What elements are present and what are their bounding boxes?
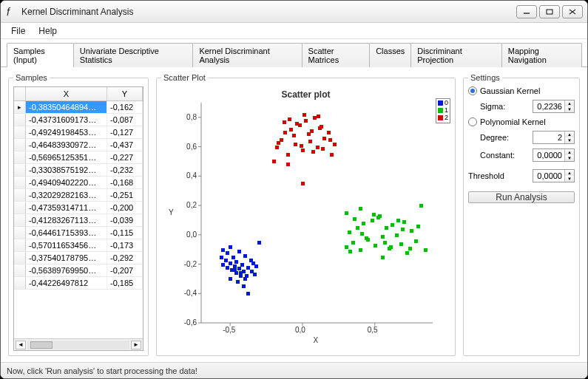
data-point bbox=[283, 120, 286, 124]
constant-field[interactable] bbox=[533, 150, 564, 160]
table-row[interactable]: -0,32029282163…-0,251 bbox=[14, 189, 143, 202]
degree-field[interactable] bbox=[533, 132, 564, 143]
tab-3[interactable]: Scatter Matrices bbox=[302, 43, 371, 67]
table-row[interactable]: -0,57011653456…-0,173 bbox=[14, 239, 143, 252]
data-point bbox=[275, 146, 279, 149]
table-row[interactable]: -0,49409402220…-0,168 bbox=[14, 177, 143, 189]
data-point bbox=[229, 262, 232, 265]
data-point bbox=[236, 280, 240, 284]
data-point bbox=[345, 211, 348, 215]
data-point bbox=[294, 143, 297, 146]
menu-file[interactable]: File bbox=[11, 26, 25, 36]
data-point bbox=[389, 245, 393, 249]
sigma-field[interactable] bbox=[533, 101, 564, 112]
table-row[interactable]: -0,49249198453…-0,127 bbox=[14, 126, 143, 139]
data-point bbox=[391, 223, 394, 227]
titlebar[interactable]: f Kernel Discriminant Analysis bbox=[1, 1, 587, 23]
data-point bbox=[333, 143, 337, 146]
down-icon[interactable]: ▼ bbox=[565, 176, 574, 182]
scroll-left-icon[interactable]: ◄ bbox=[16, 341, 26, 349]
data-point bbox=[233, 264, 237, 268]
threshold-field[interactable] bbox=[533, 171, 564, 181]
constant-input[interactable]: ▲▼ bbox=[533, 148, 575, 162]
table-row[interactable]: -0,47359314711…-0,200 bbox=[14, 202, 143, 214]
data-point bbox=[330, 153, 334, 157]
x-axis-label: X bbox=[314, 336, 319, 344]
data-point bbox=[286, 163, 290, 166]
col-y[interactable]: Y bbox=[107, 87, 143, 100]
data-point bbox=[224, 259, 228, 262]
plot-legend: 012 bbox=[436, 98, 450, 123]
data-point bbox=[356, 226, 359, 230]
grid-hscrollbar[interactable]: ◄ ► bbox=[14, 338, 143, 350]
samples-grid[interactable]: X Y ▸-0,38350464894…-0,162-0,43731609173… bbox=[13, 86, 143, 351]
settings-group: Settings Gaussian Kernel Sigma: ▲▼ Polyn… bbox=[463, 73, 580, 356]
down-icon[interactable]: ▼ bbox=[565, 106, 574, 112]
minimize-button[interactable] bbox=[516, 5, 537, 18]
data-point bbox=[416, 225, 420, 228]
data-point bbox=[304, 119, 308, 123]
data-point bbox=[322, 137, 326, 140]
data-point bbox=[272, 160, 276, 163]
table-row[interactable]: -0,43731609173…-0,087 bbox=[14, 114, 143, 126]
scatter-group: Scatter Plot Scatter plot -0,6-0,4-0,20,… bbox=[156, 73, 456, 356]
tab-5[interactable]: Discriminant Projection bbox=[410, 43, 502, 67]
tab-6[interactable]: Mapping Navigation bbox=[501, 43, 582, 67]
down-icon[interactable]: ▼ bbox=[565, 155, 574, 161]
tab-1[interactable]: Univariate Descriptive Statistics bbox=[73, 43, 194, 67]
close-button[interactable] bbox=[562, 5, 583, 18]
data-point bbox=[317, 115, 320, 118]
polynomial-radio[interactable]: Polynomial Kernel bbox=[468, 117, 575, 126]
table-row[interactable]: -0,44226497812-0,185 bbox=[14, 277, 143, 290]
data-point bbox=[288, 117, 291, 121]
data-point bbox=[419, 204, 423, 208]
data-point bbox=[221, 248, 225, 252]
up-icon[interactable]: ▲ bbox=[565, 170, 574, 176]
data-point bbox=[414, 239, 418, 243]
data-point bbox=[320, 125, 323, 129]
menu-help[interactable]: Help bbox=[38, 26, 57, 36]
table-row[interactable]: -0,46483930972…-0,437 bbox=[14, 139, 143, 151]
table-row[interactable]: ▸-0,38350464894…-0,162 bbox=[14, 101, 143, 114]
data-point bbox=[362, 222, 365, 225]
run-analysis-button[interactable]: Run Analysis bbox=[468, 191, 575, 203]
data-point bbox=[295, 122, 299, 126]
data-point bbox=[301, 148, 305, 152]
table-row[interactable]: -0,41283267113…-0,039 bbox=[14, 214, 143, 227]
threshold-input[interactable]: ▲▼ bbox=[533, 169, 575, 182]
tab-4[interactable]: Classes bbox=[369, 43, 411, 67]
data-point bbox=[348, 231, 351, 234]
data-point bbox=[378, 214, 382, 218]
scroll-thumb[interactable] bbox=[30, 341, 53, 349]
table-row[interactable]: -0,56965125351…-0,227 bbox=[14, 151, 143, 164]
data-point bbox=[395, 233, 399, 237]
gaussian-label: Gaussian Kernel bbox=[480, 86, 540, 95]
up-icon[interactable]: ▲ bbox=[565, 100, 574, 106]
tab-0[interactable]: Samples (Input) bbox=[7, 43, 74, 67]
maximize-button[interactable] bbox=[539, 5, 560, 18]
up-icon[interactable]: ▲ bbox=[565, 149, 574, 155]
col-x[interactable]: X bbox=[26, 87, 107, 100]
data-point bbox=[300, 144, 303, 148]
data-point bbox=[226, 251, 229, 255]
tab-2[interactable]: Kernel Discriminant Analysis bbox=[192, 43, 302, 67]
degree-input[interactable]: ▲▼ bbox=[533, 131, 575, 144]
table-row[interactable]: -0,56389769950…-0,207 bbox=[14, 264, 143, 277]
table-row[interactable]: -0,64461715393…-0,115 bbox=[14, 227, 143, 239]
data-point bbox=[399, 242, 403, 246]
table-row[interactable]: -0,37540178795…-0,292 bbox=[14, 252, 143, 264]
scroll-right-icon[interactable]: ► bbox=[131, 341, 141, 349]
data-point bbox=[286, 153, 290, 157]
data-point bbox=[313, 116, 317, 120]
data-point bbox=[246, 266, 250, 270]
data-point bbox=[372, 213, 376, 216]
data-point bbox=[240, 263, 244, 267]
down-icon[interactable]: ▼ bbox=[565, 137, 574, 143]
sigma-label: Sigma: bbox=[480, 102, 505, 111]
table-row[interactable]: -0,33038575192…-0,232 bbox=[14, 164, 143, 177]
up-icon[interactable]: ▲ bbox=[565, 132, 574, 137]
gaussian-radio[interactable]: Gaussian Kernel bbox=[468, 86, 575, 95]
degree-label: Degree: bbox=[480, 133, 509, 142]
sigma-input[interactable]: ▲▼ bbox=[533, 100, 575, 113]
scatter-legend: Scatter Plot bbox=[161, 73, 208, 82]
